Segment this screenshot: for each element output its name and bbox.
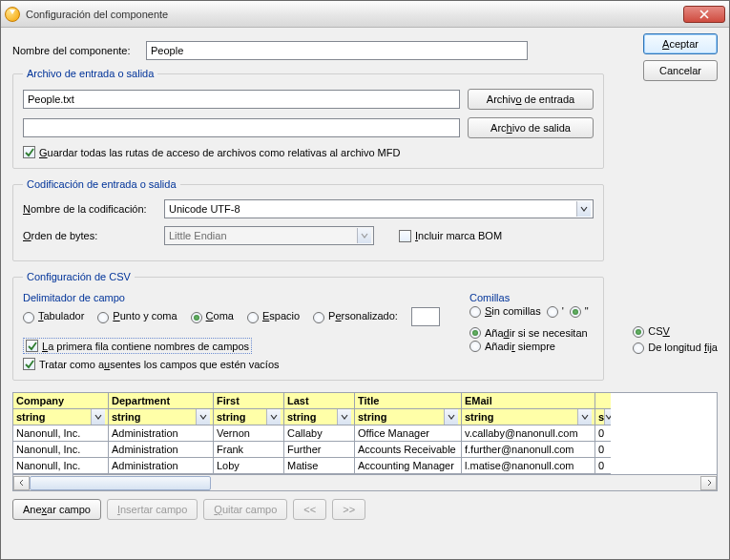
encoding-name-value: Unicode UTF-8 — [169, 203, 576, 215]
table-cell: Accounting Manager — [355, 458, 462, 474]
csv-group-legend: Configuración de CSV — [23, 271, 135, 282]
file-groupbox: Archivo de entrada o salida Archivo de e… — [12, 68, 604, 169]
table-cell: 0 — [595, 425, 611, 442]
table-cell: Nanonull, Inc. — [13, 442, 109, 458]
table-cell: Nanonull, Inc. — [13, 458, 109, 474]
table-cell[interactable]: string — [355, 409, 462, 425]
delim-tab-radio[interactable] — [23, 312, 34, 323]
table-cell: 0 — [595, 442, 611, 458]
scroll-thumb[interactable] — [30, 476, 211, 490]
delim-space-radio[interactable] — [247, 312, 259, 323]
quotes-always-label: Añadir siempre — [485, 341, 555, 352]
horizontal-scrollbar[interactable] — [12, 475, 718, 491]
check-icon — [25, 148, 34, 157]
table-row: stringstringstringstringstringstrings — [13, 409, 717, 425]
format-fixed-radio[interactable] — [633, 342, 644, 354]
first-row-checkbox[interactable] — [26, 340, 38, 352]
chevron-down-icon[interactable] — [266, 409, 281, 425]
chevron-down-icon[interactable] — [196, 409, 210, 425]
chevron-down-icon[interactable] — [604, 409, 611, 425]
dialog-window: Configuración del componente Aceptar Can… — [0, 0, 730, 560]
chevron-down-icon — [576, 201, 591, 217]
table-row: Nanonull, Inc.AdministrationLobyMatiseAc… — [13, 458, 717, 474]
byte-order-value: Little Endian — [169, 230, 357, 241]
quotes-double-radio[interactable] — [570, 306, 581, 318]
quotes-none-label: Sin comillas — [485, 305, 541, 317]
chevron-down-icon[interactable] — [577, 409, 592, 425]
include-bom-checkbox[interactable] — [399, 230, 411, 242]
delim-semi-radio[interactable] — [97, 312, 109, 323]
component-name-label: Nombre del componente: — [12, 45, 146, 56]
chevron-down-icon[interactable] — [444, 409, 458, 425]
csv-groupbox: Configuración de CSV Delimitador de camp… — [12, 271, 604, 381]
remove-field-button: Quitar campo — [203, 499, 287, 520]
delim-custom-input[interactable] — [411, 307, 440, 326]
chevron-down-icon[interactable] — [337, 409, 351, 425]
scroll-right-button[interactable] — [700, 476, 717, 490]
table-cell — [595, 393, 611, 409]
encoding-name-label: Nombre de la codificación: — [23, 203, 164, 215]
scroll-left-button[interactable] — [13, 476, 30, 490]
delim-space-label: Espacio — [262, 310, 300, 321]
table-cell[interactable]: string — [109, 409, 214, 425]
save-relative-label: Guardar todas las rutas de acceso de arc… — [39, 147, 400, 158]
input-file-input[interactable] — [23, 90, 460, 109]
table-cell: Matise — [284, 458, 355, 474]
quotes-add-radio[interactable] — [469, 327, 481, 339]
move-left-button: << — [293, 499, 326, 520]
cancel-button[interactable]: Cancelar — [643, 60, 718, 81]
table-cell[interactable]: string — [462, 409, 595, 425]
close-icon — [699, 10, 709, 19]
accept-button[interactable]: Aceptar — [643, 33, 718, 54]
component-name-input[interactable] — [146, 41, 528, 60]
quotes-always-radio[interactable] — [469, 341, 481, 352]
file-group-legend: Archivo de entrada o salida — [23, 68, 157, 79]
save-relative-checkbox[interactable] — [23, 146, 35, 158]
table-cell[interactable]: string — [13, 409, 109, 425]
format-csv-label: CSV — [648, 325, 670, 337]
insert-field-button: Insertar campo — [107, 499, 198, 520]
table-cell: f.further@nanonull.com — [462, 442, 595, 458]
table-cell: Company — [13, 393, 109, 409]
table-cell[interactable]: s — [595, 409, 611, 425]
table-cell[interactable]: string — [214, 409, 284, 425]
delim-semi-label: Punto y coma — [113, 310, 177, 321]
table-row: CompanyDepartmentFirstLastTitleEMail — [13, 393, 717, 409]
append-field-button[interactable]: Anexar campo — [12, 499, 101, 520]
dialog-body: Aceptar Cancelar Nombre del componente: … — [1, 28, 729, 559]
table-cell: Callaby — [284, 425, 355, 442]
append-field-label: Anexar campo — [23, 504, 91, 515]
delim-comma-radio[interactable] — [191, 312, 202, 323]
output-file-input[interactable] — [23, 118, 460, 137]
encoding-name-dropdown[interactable]: Unicode UTF-8 — [164, 199, 594, 218]
encoding-groupbox: Codificación de entrada o salida Nombre … — [12, 178, 604, 261]
table-cell: EMail — [462, 393, 595, 409]
chevron-down-icon — [357, 228, 371, 243]
table-cell: v.callaby@nanonull.com — [462, 425, 595, 442]
delim-custom-radio[interactable] — [313, 312, 324, 323]
format-csv-radio[interactable] — [633, 326, 644, 338]
quotes-double-label: " — [585, 305, 589, 317]
app-clock-icon — [5, 7, 20, 22]
quotes-none-radio[interactable] — [469, 306, 481, 318]
table-cell: Nanonull, Inc. — [13, 425, 109, 442]
include-bom-label: Incluir marca BOM — [415, 230, 502, 241]
delimiter-header: Delimitador de campo — [23, 292, 460, 303]
table-cell[interactable]: string — [284, 409, 355, 425]
move-right-button: >> — [332, 499, 365, 520]
table-cell: l.matise@nanonull.com — [462, 458, 595, 474]
chevron-down-icon[interactable] — [91, 409, 105, 425]
scroll-track[interactable] — [30, 476, 700, 490]
close-button[interactable] — [683, 6, 725, 23]
input-file-button[interactable]: Archivo de entrada — [468, 89, 594, 110]
treat-empty-checkbox[interactable] — [23, 358, 35, 370]
treat-empty-label: Tratar como ausentes los campos que esté… — [39, 359, 280, 370]
input-file-label: Archivo de entrada — [487, 93, 574, 105]
table-cell: Department — [109, 393, 214, 409]
table-cell: Administration — [109, 425, 214, 442]
byte-order-dropdown: Little Endian — [164, 226, 374, 245]
quotes-single-radio[interactable] — [547, 306, 558, 318]
output-file-button[interactable]: Archivo de salida — [468, 117, 594, 138]
table-row: Nanonull, Inc.AdministrationVernonCallab… — [13, 425, 717, 442]
titlebar[interactable]: Configuración del componente — [1, 1, 729, 28]
